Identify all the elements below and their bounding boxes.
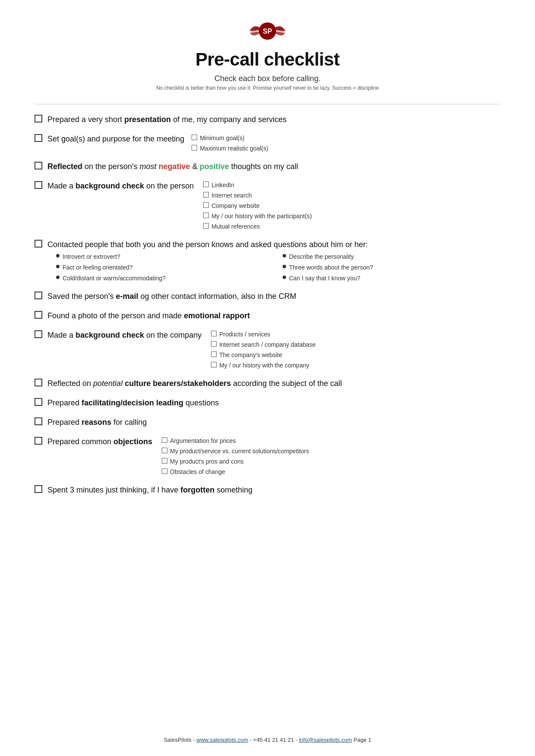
- item4-sub5: Mutual references: [203, 222, 312, 231]
- item-text-12: Prepared common objections Argumentation…: [47, 436, 500, 477]
- item12-sub4: Obstacles of change: [162, 467, 309, 477]
- checklist-item-8: Made a background check on the company P…: [35, 329, 500, 370]
- item4-sub: LinkedIn Internet search Company website…: [203, 181, 312, 231]
- checkbox-9[interactable]: [35, 379, 42, 386]
- item8-sub: Products / services Internet search / co…: [211, 330, 315, 370]
- page: SP Pre-call checklist Check each box bef…: [0, 0, 535, 756]
- checkbox-4[interactable]: [35, 181, 42, 189]
- item-text-8: Made a background check on the company P…: [47, 329, 500, 370]
- footer-email[interactable]: info@salespilots.com: [299, 737, 352, 743]
- item2-sub2-label: Maximum realistic goal(s): [200, 144, 268, 153]
- item8-main: Made a background check on the company: [47, 329, 206, 341]
- item5-b5-label: Three words about the person?: [289, 263, 373, 272]
- item8-sub3-label: The company's website: [219, 351, 282, 360]
- checkbox-6[interactable]: [35, 292, 42, 299]
- checkbox-12-sub3[interactable]: [162, 458, 167, 464]
- checklist: Prepared a very short presentation of me…: [35, 114, 500, 496]
- checkbox-12-sub4[interactable]: [162, 468, 167, 474]
- checkbox-12[interactable]: [35, 437, 42, 445]
- item2-sub2: Maximum realistic goal(s): [192, 144, 268, 153]
- item5-bullet-3: Cold/distant or warm/accommodating?: [56, 274, 274, 283]
- checkbox-4-sub5[interactable]: [203, 223, 209, 229]
- item-text-2: Set goal(s) and purpose for the meeting …: [47, 133, 500, 153]
- item2-main: Set goal(s) and purpose for the meeting: [47, 133, 186, 145]
- item12-sub4-label: Obstacles of change: [170, 467, 225, 477]
- item4-sub3-label: Company website: [211, 201, 259, 210]
- footer-website[interactable]: www.salespilots.com: [196, 737, 248, 743]
- checkbox-7[interactable]: [35, 311, 42, 319]
- checkbox-10[interactable]: [35, 398, 42, 406]
- checkbox-12-sub2[interactable]: [162, 448, 167, 453]
- item8-sub1-label: Products / services: [219, 330, 270, 339]
- logo: SP: [35, 17, 500, 47]
- checkbox-5[interactable]: [35, 240, 42, 248]
- item-text-13: Spent 3 minutes just thinking, if I have…: [47, 484, 500, 496]
- item5-b3-label: Cold/distant or warm/accommodating?: [63, 274, 166, 283]
- item2-sub: Minimum goal(s) Maximum realistic goal(s…: [192, 134, 268, 153]
- divider: [35, 104, 500, 104]
- item2-sub1-label: Minimum goal(s): [200, 134, 244, 143]
- checkbox-2-sub1[interactable]: [192, 135, 197, 140]
- checkbox-8-sub4[interactable]: [211, 362, 217, 367]
- item5-b4-label: Describe the personality: [289, 252, 354, 261]
- checkbox-4-sub2[interactable]: [203, 192, 209, 198]
- page-title: Pre-call checklist: [35, 49, 500, 70]
- item8-sub2: Internet search / company database: [211, 340, 315, 349]
- checkbox-8-sub2[interactable]: [211, 341, 217, 347]
- header: SP Pre-call checklist Check each box bef…: [35, 17, 500, 91]
- item5-b2-label: Fact or feeling orientated?: [63, 263, 133, 272]
- checkbox-4-sub4[interactable]: [203, 213, 209, 218]
- checklist-item-1: Prepared a very short presentation of me…: [35, 114, 500, 125]
- item5-bullets: Introvert or extrovert? Describe the per…: [56, 252, 500, 283]
- item12-sub3: My product's pros and cons: [162, 457, 309, 466]
- item-text-4: Made a background check on the person Li…: [47, 180, 500, 231]
- checklist-item-4: Made a background check on the person Li…: [35, 180, 500, 231]
- negative-word: negative: [159, 162, 190, 171]
- bullet-dot-icon: [56, 265, 60, 268]
- item5-b6-label: Can I say that I know you?: [289, 274, 360, 283]
- item12-sub2: My product/service vs. current solutions…: [162, 447, 309, 456]
- bullet-dot-icon: [56, 276, 60, 279]
- item5-bullet-5: Three words about the person?: [283, 263, 500, 272]
- item4-sub1-label: LinkedIn: [211, 181, 234, 190]
- item12-main: Prepared common objections: [47, 436, 157, 448]
- checkbox-2[interactable]: [35, 134, 42, 142]
- footer: SalesPilots - www.salespilots.com - +45 …: [0, 737, 535, 743]
- checkbox-11[interactable]: [35, 417, 42, 425]
- item5-bullet-4: Describe the personality: [283, 252, 500, 261]
- svg-text:SP: SP: [263, 28, 272, 35]
- checkbox-8-sub3[interactable]: [211, 351, 217, 357]
- checklist-item-13: Spent 3 minutes just thinking, if I have…: [35, 484, 500, 496]
- item12-sub2-label: My product/service vs. current solutions…: [170, 447, 309, 456]
- item-text-5: Contacted people that both you and the p…: [47, 239, 500, 283]
- item-text-3: Reflected on the person's most negative …: [47, 161, 500, 173]
- checkbox-8[interactable]: [35, 330, 42, 338]
- item-text-7: Found a photo of the person and made emo…: [47, 310, 500, 322]
- checkbox-8-sub1[interactable]: [211, 331, 217, 336]
- checklist-item-5: Contacted people that both you and the p…: [35, 239, 500, 283]
- positive-word: positive: [200, 162, 229, 171]
- item4-sub1: LinkedIn: [203, 181, 312, 190]
- item12-sub1: Argumentation for prices: [162, 436, 309, 445]
- checkbox-4-sub3[interactable]: [203, 202, 209, 208]
- checkbox-12-sub1[interactable]: [162, 437, 167, 443]
- item4-sub3: Company website: [203, 201, 312, 210]
- footer-page: Page 1: [353, 737, 371, 743]
- item4-sub5-label: Mutual references: [211, 222, 260, 231]
- item-text-1: Prepared a very short presentation of me…: [47, 114, 500, 125]
- subtitle-sub: No checklist is better than how you use …: [35, 85, 500, 91]
- item8-sub1: Products / services: [211, 330, 315, 339]
- checkbox-13[interactable]: [35, 485, 42, 493]
- checkbox-1[interactable]: [35, 115, 42, 122]
- item4-sub4: My / our history with the participant(s): [203, 212, 312, 221]
- checklist-item-9: Reflected on potential culture bearers/s…: [35, 378, 500, 389]
- item5-b1-label: Introvert or extrovert?: [63, 252, 120, 261]
- item-text-10: Prepared facilitating/decision leading q…: [47, 397, 500, 409]
- item5-bullet-6: Can I say that I know you?: [283, 274, 500, 283]
- checkbox-4-sub1[interactable]: [203, 182, 209, 187]
- subtitle-main: Check each box before calling.: [35, 74, 500, 83]
- item5-bullet-1: Introvert or extrovert?: [56, 252, 274, 261]
- checkbox-3[interactable]: [35, 162, 42, 169]
- checkbox-2-sub2[interactable]: [192, 145, 197, 151]
- footer-text: SalesPilots -: [164, 737, 196, 743]
